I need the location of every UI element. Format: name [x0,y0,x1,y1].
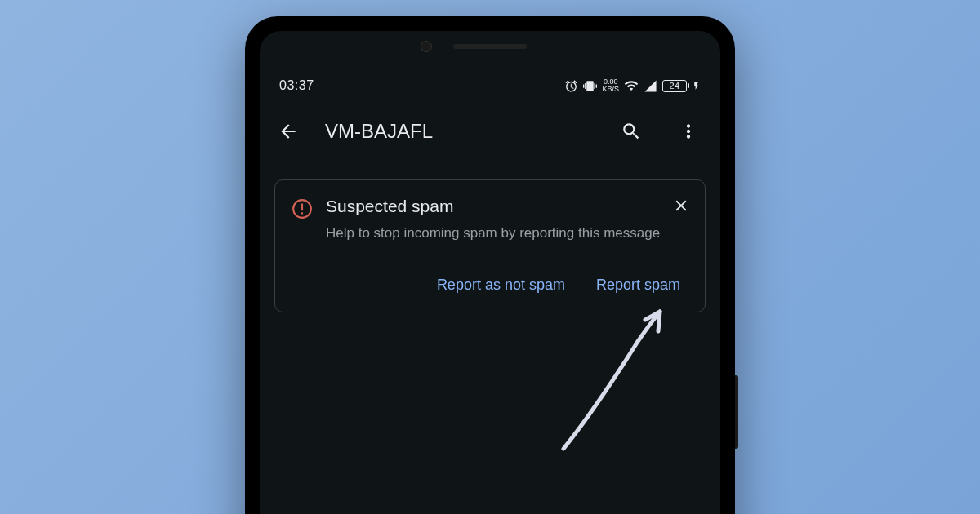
front-camera [421,41,432,52]
more-options-button[interactable] [670,113,707,150]
search-button[interactable] [612,113,650,150]
close-icon [672,197,690,215]
warning-icon [292,198,313,223]
speaker-grille [453,44,527,49]
card-action-row: Report as not spam Report spam [292,272,688,299]
dismiss-card-button[interactable] [669,193,693,221]
app-bar: VM-BAJAFL [260,98,720,165]
battery-icon: 24 [662,80,687,92]
phone-power-button [735,375,738,449]
report-not-spam-button[interactable]: Report as not spam [434,272,568,299]
report-spam-button[interactable]: Report spam [593,272,684,299]
signal-icon [644,79,657,93]
conversation-title[interactable]: VM-BAJAFL [325,120,593,143]
back-button[interactable] [271,114,305,148]
phone-notch [453,44,527,49]
battery-percentage: 24 [669,81,679,91]
network-speed-indicator: 0.00 KB/S [602,78,619,93]
svg-rect-1 [301,204,303,211]
status-time: 03:37 [279,78,314,93]
card-body-text: Help to stop incoming spam by reporting … [326,223,679,244]
vibrate-icon [583,79,597,93]
card-title: Suspected spam [326,197,679,216]
wifi-icon [624,78,639,93]
charging-icon [692,79,701,93]
search-icon [621,121,642,142]
suspected-spam-card: Suspected spam Help to stop incoming spa… [274,179,706,312]
phone-frame: 03:37 0.00 KB/S 24 [245,16,735,514]
arrow-back-icon [278,121,299,142]
status-indicators: 0.00 KB/S 24 [564,78,701,93]
more-vert-icon [678,121,699,142]
alarm-icon [564,79,578,93]
status-bar: 03:37 0.00 KB/S 24 [260,70,720,98]
svg-rect-2 [301,212,303,214]
phone-screen: 03:37 0.00 KB/S 24 [260,31,720,514]
